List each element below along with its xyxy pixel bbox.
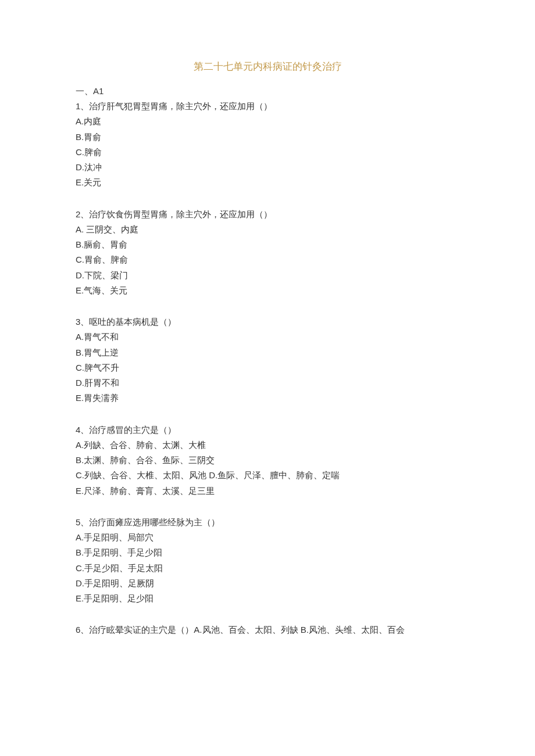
question-option: C.胃俞、脾俞 — [76, 252, 459, 267]
question-option: E.胃失濡养 — [76, 390, 459, 406]
question-option: A.手足阳明、局部穴 — [76, 530, 459, 545]
question-option: C.脾气不升 — [76, 360, 459, 375]
question-option: D.肝胃不和 — [76, 375, 459, 390]
question-option: B.胃俞 — [76, 130, 459, 145]
question-stem: 4、治疗感冒的主穴是（） — [76, 422, 459, 438]
question-block: 6、治疗眩晕实证的主穴是（）A.风池、百会、太阳、列缺 B.风池、头维、太阳、百… — [76, 622, 459, 637]
question-option: A.内庭 — [76, 114, 459, 129]
page-title: 第二十七单元内科病证的针灸治疗 — [76, 58, 459, 76]
question-stem: 3、呕吐的基本病机是（） — [76, 314, 459, 329]
question-option: C.手足少阳、手足太阳 — [76, 561, 459, 576]
question-stem: 2、治疗饮食伤胃型胃痛，除主穴外，还应加用（） — [76, 207, 459, 222]
question-option: B.手足阳明、手足少阳 — [76, 545, 459, 560]
question-option: D.下院、梁门 — [76, 268, 459, 283]
question-option: E.气海、关元 — [76, 283, 459, 298]
question-option: A. 三阴交、内庭 — [76, 222, 459, 237]
question-block: 1、治疗肝气犯胃型胃痛，除主穴外，还应加用（） A.内庭 B.胃俞 C.脾俞 D… — [76, 99, 459, 191]
question-option: A.胃气不和 — [76, 329, 459, 345]
question-stem: 6、治疗眩晕实证的主穴是（）A.风池、百会、太阳、列缺 B.风池、头维、太阳、百… — [76, 622, 459, 637]
question-block: 3、呕吐的基本病机是（） A.胃气不和 B.胃气上逆 C.脾气不升 D.肝胃不和… — [76, 314, 459, 406]
document-page: 第二十七单元内科病证的针灸治疗 一、A1 1、治疗肝气犯胃型胃痛，除主穴外，还应… — [0, 0, 535, 756]
question-option: E.尺泽、肺俞、膏肓、太溪、足三里 — [76, 483, 459, 499]
question-stem: 1、治疗肝气犯胃型胃痛，除主穴外，还应加用（） — [76, 99, 459, 114]
question-option: D.手足阳明、足厥阴 — [76, 576, 459, 591]
question-block: 2、治疗饮食伤胃型胃痛，除主穴外，还应加用（） A. 三阴交、内庭 B.膈俞、胃… — [76, 207, 459, 299]
question-option: A.列缺、合谷、肺俞、太渊、大椎 — [76, 438, 459, 453]
question-option: B.胃气上逆 — [76, 345, 459, 360]
question-block: 4、治疗感冒的主穴是（） A.列缺、合谷、肺俞、太渊、大椎 B.太渊、肺俞、合谷… — [76, 422, 459, 499]
question-option: B.太渊、肺俞、合谷、鱼际、三阴交 — [76, 453, 459, 468]
question-option: B.膈俞、胃俞 — [76, 237, 459, 252]
question-option: E.手足阳明、足少阳 — [76, 591, 459, 606]
question-option: C.列缺、合谷、大椎、太阳、风池 D.鱼际、尺泽、膻中、肺俞、定喘 — [76, 468, 459, 483]
question-stem: 5、治疗面瘫应选用哪些经脉为主（） — [76, 515, 459, 530]
question-block: 5、治疗面瘫应选用哪些经脉为主（） A.手足阳明、局部穴 B.手足阳明、手足少阳… — [76, 515, 459, 607]
question-option: C.脾俞 — [76, 145, 459, 160]
question-option: E.关元 — [76, 175, 459, 190]
question-option: D.汰冲 — [76, 160, 459, 175]
section-label: 一、A1 — [76, 84, 459, 99]
